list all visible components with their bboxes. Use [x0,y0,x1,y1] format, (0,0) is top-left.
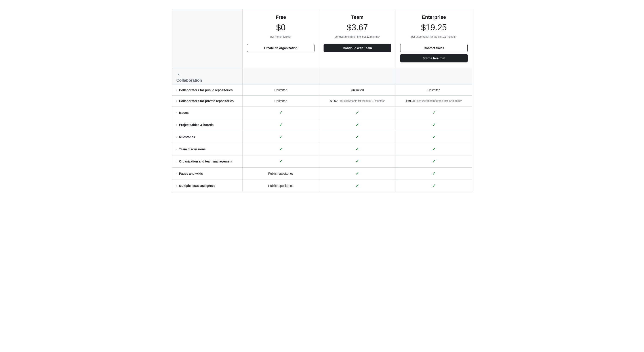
feature-label-1: Collaborators for private repositories [179,99,234,103]
check-icon: ✓ [356,159,359,164]
plan-price-desc-team: per user/month for the first 12 months* [324,33,391,40]
feature-value-0-1: Unlimited [319,85,396,96]
feature-value-0-2: Unlimited [396,85,472,96]
feature-label-cell-1[interactable]: ›Collaborators for private repositories [172,96,243,107]
feature-text-0-2: Unlimited [428,88,440,92]
feature-label-5: Team discussions [179,147,206,151]
feature-value-0-0: Unlimited [243,85,319,96]
plan-header-team: Team $3.67 per user/month for the first … [319,9,396,69]
feature-label-3: Project tables & boards [179,123,214,127]
check-icon: ✓ [432,110,436,115]
plan-name-free: Free [247,14,314,20]
chevron-right-icon: › [176,99,177,102]
create-org-button[interactable]: Create an organization [247,44,314,52]
check-icon: ✓ [432,122,436,127]
feature-price-desc-1-1: per user/month for the first 12 months* [340,99,385,103]
feature-label-cell-0[interactable]: ›Collaborators for public repositories [172,85,243,96]
check-icon: ✓ [432,183,436,188]
feature-value-5-1: ✓ [319,143,396,155]
chevron-right-icon: › [176,135,177,139]
plan-name-team: Team [324,14,391,20]
check-icon: ✓ [432,171,436,176]
section-cell-enterprise [396,69,472,85]
plan-header-free: Free $0 per month forever Create an orga… [243,9,319,69]
continue-team-button[interactable]: Continue with Team [324,44,391,52]
check-icon: ✓ [356,171,359,176]
chevron-right-icon: › [176,89,177,92]
feature-value-8-2: ✓ [396,180,472,192]
feature-value-1-1: $3.67per user/month for the first 12 mon… [319,96,396,107]
feature-text-8-0: Public repositories [268,184,293,188]
feature-price-1-1: $3.67 [330,99,338,103]
feature-value-6-2: ✓ [396,155,472,167]
section-title-collaboration: Collaboration [176,78,238,83]
plan-header-enterprise: Enterprise $19.25 per user/month for the… [396,9,472,69]
feature-label-cell-2[interactable]: ›Issues [172,107,243,119]
check-icon: ✓ [432,147,436,152]
check-icon: ✓ [356,122,359,127]
feature-value-4-0: ✓ [243,131,319,143]
section-cell-team [319,69,396,85]
plan-name-enterprise: Enterprise [400,14,468,20]
feature-value-6-1: ✓ [319,155,396,167]
feature-text-0-0: Unlimited [274,88,287,92]
feature-value-3-1: ✓ [319,119,396,131]
contact-sales-button[interactable]: Contact Sales [400,44,468,52]
feature-value-3-2: ✓ [396,119,472,131]
check-icon: ✓ [279,110,282,115]
plan-price-desc-enterprise: per user/month for the first 12 months* [400,33,468,40]
feature-value-1-0: Unlimited [243,96,319,107]
feature-label-8: Multiple issue assignees [179,184,215,188]
chevron-right-icon: › [176,184,177,187]
feature-value-4-2: ✓ [396,131,472,143]
chevron-right-icon: › [176,148,177,151]
chevron-right-icon: › [176,172,177,175]
feature-value-8-1: ✓ [319,180,396,192]
feature-label-cell-6[interactable]: ›Organization and team management [172,155,243,167]
feature-value-2-2: ✓ [396,107,472,119]
feature-value-6-0: ✓ [243,155,319,167]
feature-value-5-0: ✓ [243,143,319,155]
feature-text-0-1: Unlimited [351,88,364,92]
check-icon: ✓ [356,135,359,139]
feature-price-desc-1-2: per user/month for the first 12 months* [417,99,462,103]
chevron-right-icon: › [176,160,177,163]
feature-label-4: Milestones [179,135,195,139]
chevron-right-icon: › [176,123,177,126]
feature-value-5-2: ✓ [396,143,472,155]
check-icon: ✓ [279,135,282,139]
plan-price-team: $3.67 [324,23,391,32]
feature-value-8-0: Public repositories [243,180,319,192]
feature-label-cell-3[interactable]: ›Project tables & boards [172,119,243,131]
feature-text-1-0: Unlimited [274,99,287,103]
pricing-container: Free $0 per month forever Create an orga… [167,0,477,201]
plan-price-free: $0 [247,23,314,32]
feature-value-2-1: ✓ [319,107,396,119]
feature-label-cell-4[interactable]: ›Milestones [172,131,243,143]
feature-price-1-2: $19.25 [406,99,415,103]
check-icon: ✓ [356,183,359,188]
feature-text-7-0: Public repositories [268,172,293,175]
feature-value-7-0: Public repositories [243,167,319,180]
check-icon: ✓ [356,147,359,152]
check-icon: ✓ [356,110,359,115]
check-icon: ✓ [432,135,436,139]
check-icon: ✓ [279,147,282,152]
feature-label-cell-7[interactable]: ›Pages and wikis [172,167,243,180]
feature-label-2: Issues [179,111,189,114]
check-icon: ✓ [279,122,282,127]
plan-price-enterprise: $19.25 [400,23,468,32]
feature-value-7-2: ✓ [396,167,472,180]
feature-label-0: Collaborators for public repositories [179,88,233,92]
feature-value-4-1: ✓ [319,131,396,143]
feature-value-7-1: ✓ [319,167,396,180]
collaboration-icon: ⌥ [176,72,238,77]
feature-label-6: Organization and team management [179,160,232,163]
plan-price-desc-free: per month forever [247,33,314,40]
feature-label-cell-5[interactable]: ›Team discussions [172,143,243,155]
feature-label-cell-8[interactable]: ›Multiple issue assignees [172,180,243,192]
section-label-collaboration: ⌥ Collaboration [172,69,243,85]
chevron-right-icon: › [176,111,177,114]
section-cell-free [243,69,319,85]
start-trial-button[interactable]: Start a free trial [400,54,468,62]
